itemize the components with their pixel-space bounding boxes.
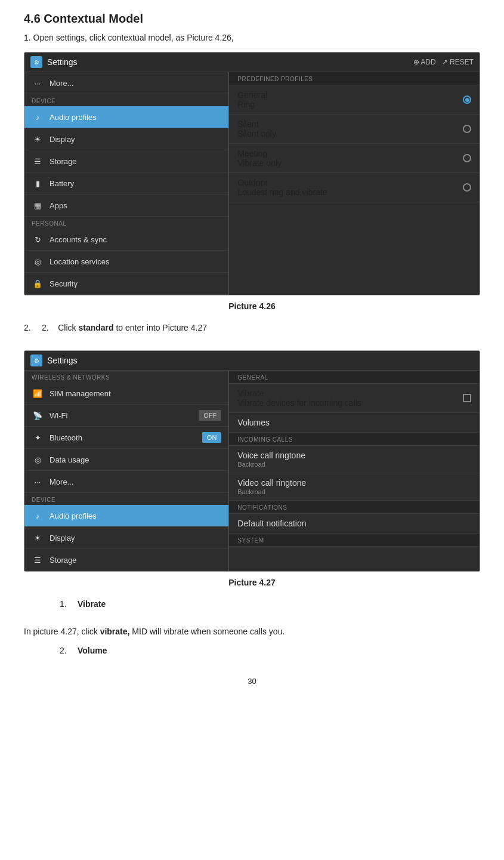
profile-outdoor-radio	[463, 183, 471, 192]
video-ringtone-row[interactable]: Video call ringtone Backroad	[229, 473, 480, 501]
menu-audio-profiles[interactable]: ♪ Audio profiles	[24, 106, 228, 128]
bluetooth-toggle[interactable]: ON	[202, 432, 222, 443]
profile-meeting-sub: Vibrate only	[237, 158, 282, 168]
settings-body-2: WIRELESS & NETWORKS 📶 SIM management 📡 W…	[24, 371, 480, 571]
profile-meeting-row[interactable]: Meeting Vibrate only	[229, 144, 480, 173]
menu-wifi[interactable]: 📡 Wi-Fi OFF	[24, 405, 228, 427]
settings-body-1: ··· More... DEVICE ♪ Audio profiles ☀ Di…	[24, 72, 480, 295]
settings-right-2: GENERAL Vibrate Vibrate devices for inco…	[229, 371, 480, 571]
step2-text: 2. Click standard to enter into Picture …	[42, 323, 207, 332]
menu-bluetooth[interactable]: ✦ Bluetooth ON	[24, 427, 228, 449]
sub1-number: 1.	[60, 599, 78, 609]
profile-general-row[interactable]: General Ring	[229, 85, 480, 115]
menu-accounts-sync[interactable]: ↻ Accounts & sync	[24, 229, 228, 251]
profile-silent-radio	[463, 125, 471, 133]
default-notification-title: Default notification	[237, 519, 471, 528]
settings-actions-1: ⊕ ADD ↗ RESET	[413, 58, 474, 66]
volumes-row[interactable]: Volumes	[229, 413, 480, 433]
add-action[interactable]: ⊕ ADD	[413, 58, 436, 66]
menu-more[interactable]: ··· More...	[24, 72, 228, 94]
profile-meeting-title: Meeting	[237, 149, 282, 158]
settings-titlebar-2: ⚙ Settings	[24, 351, 480, 371]
menu-data-usage[interactable]: ◎ Data usage	[24, 449, 228, 471]
settings-left-2: WIRELESS & NETWORKS 📶 SIM management 📡 W…	[24, 371, 229, 571]
vibrate-sub: Vibrate devices for incoming calls	[237, 398, 361, 408]
sub2-row: 2. Volume	[60, 646, 480, 665]
menu-location-services[interactable]: ◎ Location services	[24, 251, 228, 273]
voice-ringtone-row[interactable]: Voice call ringtone Backroad	[229, 446, 480, 473]
settings-titlebar-1: ⚙ Settings ⊕ ADD ↗ RESET	[24, 53, 480, 72]
picture-427-mockup: ⚙ Settings WIRELESS & NETWORKS 📶 SIM man…	[24, 350, 480, 572]
step2-container: 2. 2. Click standard to enter into Pictu…	[24, 323, 480, 342]
general-section-label: GENERAL	[229, 371, 480, 384]
profile-outdoor-row[interactable]: Outdoor Loudest ring and vibrate	[229, 173, 480, 202]
reset-action[interactable]: ↗ RESET	[442, 58, 474, 66]
picture-426-mockup: ⚙ Settings ⊕ ADD ↗ RESET ··· More... DEV…	[24, 52, 480, 295]
personal-section-label: PERSONAL	[24, 217, 228, 229]
video-ringtone-title: Video call ringtone	[237, 478, 471, 488]
profile-silent-sub: Silent only	[237, 129, 276, 138]
menu-apps[interactable]: ▦ Apps	[24, 195, 228, 217]
sub1-desc-bold: vibrate,	[100, 627, 130, 636]
caption-427: Picture 4.27	[24, 578, 480, 587]
vibrate-row[interactable]: Vibrate Vibrate devices for incoming cal…	[229, 384, 480, 413]
battery-icon: ▮	[32, 177, 44, 189]
profile-general-radio	[463, 95, 471, 104]
menu-storage-2[interactable]: ☰ Storage	[24, 549, 228, 571]
sub1-vibrate: Vibrate	[78, 599, 106, 609]
menu-battery[interactable]: ▮ Battery	[24, 172, 228, 195]
sub2-text: Volume	[78, 646, 107, 655]
profile-outdoor-title: Outdoor	[237, 178, 327, 187]
system-label: SYSTEM	[229, 534, 480, 547]
display2-icon: ☀	[32, 532, 44, 544]
menu-sim[interactable]: 📶 SIM management	[24, 383, 228, 405]
sub1-desc-suffix: MID will vibrate when someone calls you.	[129, 627, 285, 636]
incoming-calls-label: INCOMING CALLS	[229, 433, 480, 446]
location-icon: ◎	[32, 255, 44, 267]
profile-general-sub: Ring	[237, 100, 267, 109]
sim-icon: 📶	[32, 387, 44, 399]
display-icon: ☀	[32, 133, 44, 145]
wifi-toggle[interactable]: OFF	[199, 410, 221, 421]
audio2-icon: ♪	[32, 510, 44, 522]
subpoints-container: 1. Vibrate	[24, 599, 480, 618]
profile-silent-title: Silent	[237, 119, 276, 129]
settings-title-2: Settings	[47, 356, 474, 365]
profile-outdoor-sub: Loudest ring and vibrate	[237, 187, 327, 197]
step2-suffix: to enter into Picture 4.27	[114, 323, 207, 332]
menu-more-2[interactable]: ··· More...	[24, 471, 228, 493]
data-icon: ◎	[32, 454, 44, 466]
sub2-container: 2. Volume	[24, 646, 480, 665]
settings-left-1: ··· More... DEVICE ♪ Audio profiles ☀ Di…	[24, 72, 229, 295]
sub2-volume: Volume	[78, 646, 107, 655]
settings-title-1: Settings	[47, 57, 413, 67]
menu-audio-profiles-2[interactable]: ♪ Audio profiles	[24, 505, 228, 527]
step2-bold: standard	[78, 323, 113, 332]
settings-right-1: PREDEFINED PROFILES General Ring Silent …	[229, 72, 480, 295]
step2-number: 2.	[24, 323, 42, 332]
menu-display-2[interactable]: ☀ Display	[24, 527, 228, 549]
storage2-icon: ☰	[32, 554, 44, 566]
device-section-label-2: DEVICE	[24, 493, 228, 505]
voice-ringtone-sub: Backroad	[237, 461, 471, 468]
vibrate-checkbox[interactable]	[463, 394, 471, 402]
sub2-number: 2.	[60, 646, 78, 655]
menu-security[interactable]: 🔒 Security	[24, 273, 228, 295]
profile-meeting-radio	[463, 154, 471, 162]
more2-icon: ···	[32, 476, 44, 488]
caption-426: Picture 4.26	[24, 301, 480, 311]
more-icon: ···	[32, 77, 44, 89]
wireless-networks-label: WIRELESS & NETWORKS	[24, 371, 228, 383]
settings-icon-1: ⚙	[30, 56, 42, 68]
audio-icon: ♪	[32, 111, 44, 123]
sync-icon: ↻	[32, 233, 44, 245]
bluetooth-icon: ✦	[32, 431, 44, 443]
sub1-desc-prefix: In picture 4.27, click	[24, 627, 100, 636]
default-notification-row[interactable]: Default notification	[229, 514, 480, 534]
settings-icon-2: ⚙	[30, 355, 42, 366]
sub1-description: In picture 4.27, click vibrate, MID will…	[24, 627, 480, 636]
profile-silent-row[interactable]: Silent Silent only	[229, 115, 480, 144]
menu-display[interactable]: ☀ Display	[24, 128, 228, 150]
menu-storage[interactable]: ☰ Storage	[24, 150, 228, 172]
apps-icon: ▦	[32, 199, 44, 211]
